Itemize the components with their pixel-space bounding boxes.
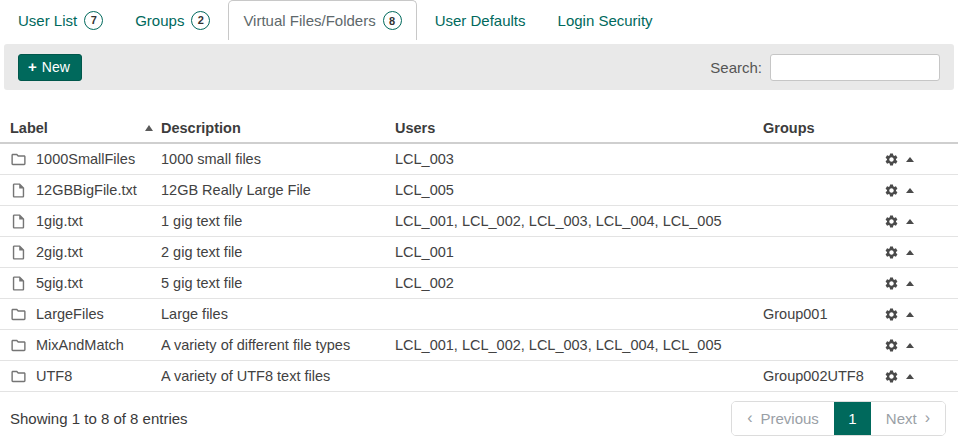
- row-users: LCL_001, LCL_002, LCL_003, LCL_004, LCL_…: [395, 337, 763, 353]
- table-row: 12GBBigFile.txt 12GB Really Large File L…: [0, 175, 958, 206]
- row-label: LargeFiles: [36, 306, 104, 322]
- row-label-cell: 2gig.txt: [10, 244, 161, 261]
- tab-label: Login Security: [558, 12, 653, 29]
- table-row: 1000SmallFiles 1000 small files LCL_003: [0, 144, 958, 175]
- row-actions-button[interactable]: [884, 276, 914, 291]
- search-area: Search:: [710, 54, 940, 81]
- row-label: 1000SmallFiles: [36, 151, 135, 167]
- previous-button[interactable]: ‹ Previous: [732, 402, 834, 435]
- gear-icon: [884, 152, 899, 167]
- row-actions-cell: [878, 152, 950, 167]
- folder-icon: [10, 151, 27, 168]
- table-body: 1000SmallFiles 1000 small files LCL_003 …: [0, 144, 958, 392]
- row-actions-button[interactable]: [884, 152, 914, 167]
- folder-icon: [10, 368, 27, 385]
- row-actions-cell: [878, 276, 950, 291]
- plus-icon: +: [28, 59, 37, 74]
- caret-up-icon: [906, 250, 914, 255]
- tab-label: User Defaults: [435, 12, 526, 29]
- tab-count-badge: 8: [383, 11, 402, 30]
- column-header-description[interactable]: Description: [161, 120, 395, 136]
- caret-up-icon: [906, 343, 914, 348]
- row-actions-button[interactable]: [884, 245, 914, 260]
- tab-count-badge: 7: [84, 11, 103, 30]
- row-actions-button[interactable]: [884, 338, 914, 353]
- row-label: 1gig.txt: [36, 213, 83, 229]
- row-description: 12GB Really Large File: [161, 182, 395, 198]
- row-actions-cell: [878, 245, 950, 260]
- row-description: 5 gig text file: [161, 275, 395, 291]
- gear-icon: [884, 245, 899, 260]
- file-icon: [10, 275, 27, 292]
- row-label: UTF8: [36, 368, 72, 384]
- caret-up-icon: [906, 281, 914, 286]
- caret-up-icon: [906, 157, 914, 162]
- tab-label: Groups: [135, 12, 184, 29]
- tab-virtual-files-folders[interactable]: Virtual Files/Folders8: [228, 0, 416, 40]
- table-row: 5gig.txt 5 gig text file LCL_002: [0, 268, 958, 299]
- pagination: ‹ Previous 1 Next ›: [731, 401, 946, 436]
- table-row: MixAndMatch A variety of different file …: [0, 330, 958, 361]
- row-description: A variety of UTF8 text files: [161, 368, 395, 384]
- file-icon: [10, 244, 27, 261]
- row-groups: Group001: [763, 306, 878, 322]
- gear-icon: [884, 183, 899, 198]
- gear-icon: [884, 276, 899, 291]
- gear-icon: [884, 338, 899, 353]
- column-header-groups[interactable]: Groups: [763, 120, 878, 136]
- tab-bar: User List7Groups2Virtual Files/Folders8U…: [0, 0, 958, 40]
- new-button[interactable]: + New: [18, 54, 82, 81]
- page-1-button[interactable]: 1: [834, 402, 871, 435]
- tab-user-defaults[interactable]: User Defaults: [421, 0, 540, 40]
- row-actions-cell: [878, 183, 950, 198]
- row-label-cell: 12GBBigFile.txt: [10, 182, 161, 199]
- table-footer: Showing 1 to 8 of 8 entries ‹ Previous 1…: [0, 392, 958, 438]
- row-actions-button[interactable]: [884, 369, 914, 384]
- toolbar: + New Search:: [4, 44, 954, 90]
- row-description: Large files: [161, 306, 395, 322]
- showing-entries: Showing 1 to 8 of 8 entries: [10, 410, 188, 427]
- row-label-cell: 5gig.txt: [10, 275, 161, 292]
- row-description: 2 gig text file: [161, 244, 395, 260]
- file-icon: [10, 213, 27, 230]
- sort-ascending-icon: [145, 125, 153, 131]
- row-label: MixAndMatch: [36, 337, 124, 353]
- row-label-cell: MixAndMatch: [10, 337, 161, 354]
- row-actions-button[interactable]: [884, 307, 914, 322]
- caret-up-icon: [906, 374, 914, 379]
- chevron-left-icon: ‹: [747, 409, 752, 427]
- table-row: LargeFiles Large files Group001: [0, 299, 958, 330]
- chevron-right-icon: ›: [925, 409, 930, 427]
- row-label: 5gig.txt: [36, 275, 83, 291]
- row-users: LCL_001, LCL_002, LCL_003, LCL_004, LCL_…: [395, 213, 763, 229]
- row-label-cell: 1000SmallFiles: [10, 151, 161, 168]
- caret-up-icon: [906, 312, 914, 317]
- file-icon: [10, 182, 27, 199]
- row-actions-cell: [878, 338, 950, 353]
- row-actions-button[interactable]: [884, 183, 914, 198]
- tab-label: User List: [18, 12, 77, 29]
- tab-login-security[interactable]: Login Security: [544, 0, 667, 40]
- row-description: A variety of different file types: [161, 337, 395, 353]
- previous-label: Previous: [760, 410, 818, 427]
- next-label: Next: [886, 410, 917, 427]
- column-header-label[interactable]: Label: [10, 120, 161, 136]
- row-users: LCL_005: [395, 182, 763, 198]
- next-button[interactable]: Next ›: [871, 402, 945, 435]
- table-row: 1gig.txt 1 gig text file LCL_001, LCL_00…: [0, 206, 958, 237]
- row-actions-button[interactable]: [884, 214, 914, 229]
- row-description: 1 gig text file: [161, 213, 395, 229]
- gear-icon: [884, 369, 899, 384]
- caret-up-icon: [906, 219, 914, 224]
- row-description: 1000 small files: [161, 151, 395, 167]
- column-header-users[interactable]: Users: [395, 120, 763, 136]
- tab-user-list[interactable]: User List7: [4, 0, 117, 40]
- user-manager-panel: User List7Groups2Virtual Files/Folders8U…: [0, 0, 958, 444]
- caret-up-icon: [906, 188, 914, 193]
- row-label: 2gig.txt: [36, 244, 83, 260]
- search-input[interactable]: [770, 54, 940, 81]
- table-row: 2gig.txt 2 gig text file LCL_001: [0, 237, 958, 268]
- table-header: Label Description Users Groups: [0, 113, 958, 144]
- tab-groups[interactable]: Groups2: [121, 0, 224, 40]
- row-groups: Group002UTF8: [763, 368, 878, 384]
